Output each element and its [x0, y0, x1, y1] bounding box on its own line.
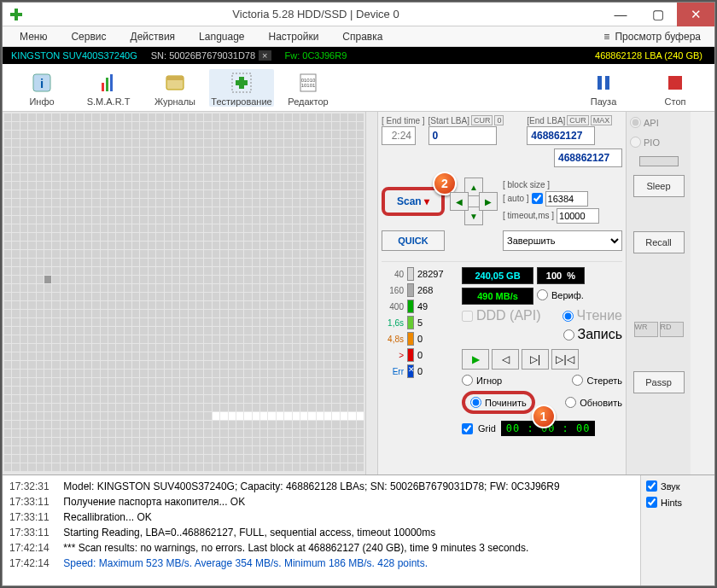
timeout-input[interactable]: [557, 208, 599, 224]
svg-rect-5: [106, 78, 108, 91]
svg-rect-8: [166, 76, 184, 80]
hamburger-icon: ≡: [603, 31, 609, 43]
step-back-button[interactable]: ▷|: [522, 349, 549, 370]
action-erase-radio[interactable]: [572, 375, 583, 386]
close-button[interactable]: ✕: [677, 3, 714, 26]
menubar: Меню Сервис Действия Language Настройки …: [3, 26, 714, 47]
menu-menu[interactable]: Меню: [8, 31, 59, 43]
end-lba-input[interactable]: [527, 126, 595, 145]
maximize-button[interactable]: ▢: [639, 3, 677, 26]
ddd-checkbox: [462, 311, 473, 322]
svg-text:i: i: [40, 76, 44, 90]
wr-indicator: WR: [634, 322, 658, 337]
action-fix-radio[interactable]: [470, 397, 481, 408]
grid-checkbox[interactable]: [462, 423, 473, 434]
window-title: Victoria 5.28 HDD/SSD | Device 0: [30, 8, 602, 20]
minimize-button[interactable]: —: [602, 3, 639, 26]
svg-rect-15: [598, 76, 602, 90]
auto-checkbox[interactable]: [532, 193, 543, 204]
start-lba-input[interactable]: [428, 126, 497, 145]
surface-map: [3, 112, 365, 474]
latency-stats: 4028297 160268 40049 1,6s5 4,8s0 >0 Err✕…: [382, 267, 452, 436]
menu-settings[interactable]: Настройки: [257, 31, 331, 43]
percent-badge: 100 %: [537, 267, 585, 284]
action-refresh-radio[interactable]: [565, 397, 576, 408]
device-model: KINGSTON SUV400S37240G: [4, 50, 144, 61]
sound-checkbox[interactable]: [646, 480, 657, 492]
titlebar: Victoria 5.28 HDD/SSD | Device 0 — ▢ ✕: [3, 3, 714, 26]
step-fwd-button[interactable]: ▷|◁: [551, 349, 579, 370]
quick-button[interactable]: QUICK: [382, 230, 445, 251]
svg-text:10101: 10101: [301, 83, 316, 88]
second-lba-input[interactable]: [554, 148, 622, 167]
end-cur-button[interactable]: CUR: [567, 115, 589, 125]
recall-button[interactable]: Recall: [633, 231, 685, 253]
action-ignore-radio[interactable]: [462, 375, 473, 386]
menu-help[interactable]: Справка: [330, 31, 394, 43]
menu-actions[interactable]: Действия: [119, 31, 188, 43]
device-fw: Fw: 0C3J96R9: [278, 50, 354, 61]
start-zero-button[interactable]: 0: [494, 115, 504, 125]
mode-read-radio[interactable]: [563, 311, 574, 322]
device-infobar: KINGSTON SUV400S37240G SN: 50026B7679031…: [3, 47, 714, 64]
direction-arrows: ▲ ▼ ◀ ▶: [450, 178, 498, 225]
tool-pause[interactable]: Пауза: [571, 69, 636, 107]
tool-smart[interactable]: S.M.A.R.T: [76, 69, 141, 107]
finish-select[interactable]: Завершить: [503, 230, 622, 251]
arrow-left-button[interactable]: ◀: [450, 192, 469, 211]
tool-testing[interactable]: Тестирование: [209, 69, 274, 107]
action-fix-highlight: Починить: [462, 391, 535, 414]
tool-stop[interactable]: Стоп: [643, 69, 708, 107]
end-time-input[interactable]: [382, 126, 416, 145]
sleep-button[interactable]: Sleep: [633, 175, 685, 197]
tool-info[interactable]: i Инфо: [9, 69, 74, 107]
svg-rect-16: [605, 76, 609, 90]
marker-1: 1: [532, 405, 556, 428]
svg-rect-1: [10, 13, 22, 16]
tool-journals[interactable]: Журналы: [143, 69, 207, 107]
passp-button[interactable]: Passp: [633, 371, 685, 393]
end-max-button[interactable]: MAX: [591, 115, 613, 125]
speed-badge: 490 MB/s: [462, 288, 533, 305]
play-button[interactable]: ▶: [462, 349, 489, 370]
svg-rect-11: [236, 80, 248, 85]
arrow-right-button[interactable]: ▶: [479, 192, 498, 211]
menu-service[interactable]: Сервис: [59, 31, 118, 43]
scan-button[interactable]: Scan ▾ 2: [382, 187, 445, 216]
sn-close-icon[interactable]: ×: [259, 50, 271, 61]
svg-rect-17: [668, 76, 682, 90]
hints-checkbox[interactable]: [646, 497, 657, 508]
side-api-radio: [630, 117, 641, 128]
log-panel[interactable]: 17:32:31 Model: KINGSTON SUV400S37240G; …: [3, 475, 641, 585]
map-scrollbar[interactable]: [365, 112, 377, 474]
mode-write-radio[interactable]: [563, 329, 574, 341]
side-pio-radio: [630, 137, 641, 148]
toolbar: i Инфо S.M.A.R.T Журналы Тестирование 01…: [3, 64, 714, 112]
menu-language[interactable]: Language: [187, 31, 256, 43]
rd-indicator: RD: [660, 322, 684, 337]
side-progress: [639, 156, 679, 166]
svg-rect-4: [102, 83, 104, 91]
rewind-button[interactable]: ◁: [492, 349, 519, 370]
mode-verify-radio[interactable]: [537, 289, 548, 300]
device-lba: 468862128 LBA (240 GB): [588, 50, 713, 61]
blocksize-input[interactable]: [545, 191, 588, 207]
end-time-label: [ End time ]: [382, 116, 425, 125]
svg-rect-6: [110, 74, 113, 91]
capacity-badge: 240,05 GB: [462, 267, 533, 284]
app-icon: [6, 4, 26, 25]
menu-view-buffer[interactable]: ≡ Просмотр буфера: [595, 31, 709, 43]
start-cur-button[interactable]: CUR: [471, 115, 493, 125]
tool-editor[interactable]: 0101010101 Редактор: [276, 69, 341, 107]
device-sn: SN: 50026B7679031D78×: [144, 50, 278, 61]
